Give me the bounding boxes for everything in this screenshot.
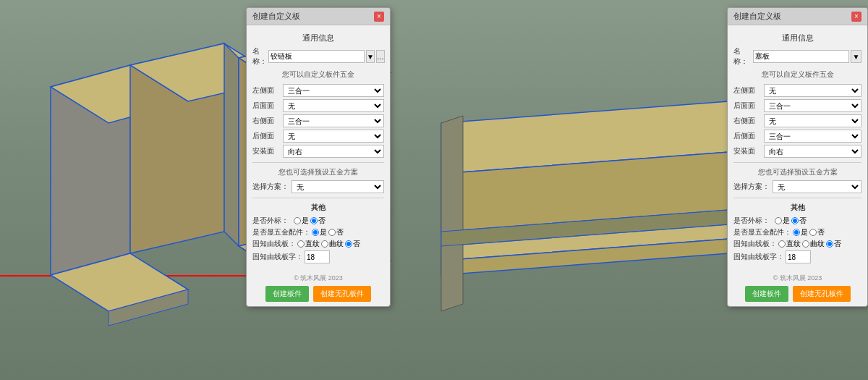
name-more-left[interactable]: … (376, 50, 385, 63)
divider1 (252, 162, 384, 163)
install-select-r[interactable]: 向右 向左 (764, 145, 861, 158)
btn-create-right[interactable]: 创建板件 (745, 286, 788, 302)
install-row: 安装面 向右 向左 (252, 145, 384, 158)
dialog-left-section-general: 通用信息 (252, 33, 384, 43)
other-section-left: 其他 (252, 203, 384, 213)
other-section-right: 其他 (733, 203, 861, 213)
show-hardware-no[interactable]: 否 (328, 227, 344, 237)
show-outside-no[interactable]: 否 (310, 216, 326, 226)
left-face-row: 左侧面 三合一 无 (252, 84, 384, 97)
grain-curved-r[interactable]: 曲纹 (802, 239, 825, 249)
right-face-label-r: 右侧面 (733, 116, 761, 126)
show-outside-yes-r[interactable]: 是 (775, 216, 790, 226)
back2-face-label: 后侧面 (252, 131, 280, 141)
name-input-left[interactable] (268, 50, 365, 63)
divider2 (252, 198, 384, 198)
dialog-left-title: 创建自定义板 (252, 11, 300, 22)
dialog-left-close[interactable]: × (374, 12, 384, 22)
dialog-left: 创建自定义板 × 通用信息 名称： ▼ … 您可以自定义板件五金 左侧面 三合一… (246, 7, 391, 307)
show-hardware-yes[interactable]: 是 (312, 227, 327, 237)
back-face-row-r: 后面面 三合一 无 (733, 99, 861, 112)
left-face-label: 左侧面 (252, 85, 280, 96)
grain-curved[interactable]: 曲纹 (321, 239, 344, 249)
dialog-left-body: 通用信息 名称： ▼ … 您可以自定义板件五金 左侧面 三合一 无 后面面 无 … (247, 25, 390, 269)
show-outside-label: 是否外标： (252, 216, 292, 226)
grain-straight[interactable]: 直纹 (297, 239, 320, 249)
back-face-label-r: 后面面 (733, 101, 761, 111)
svg-marker-5 (224, 43, 239, 246)
back-face-row: 后面面 无 三合一 (252, 99, 384, 112)
grain-none[interactable]: 否 (345, 239, 360, 249)
btn-create-left[interactable]: 创建板件 (265, 286, 309, 302)
right-face-select-r[interactable]: 无 三合一 (764, 114, 861, 127)
grain-num-label: 固知由线板字： (252, 252, 303, 262)
right-face-select[interactable]: 三合一 无 (283, 114, 384, 127)
dialog-left-footer: © 筑木风展 2023 创建板件 创建无孔板件 (247, 269, 390, 306)
back2-face-label-r: 后侧面 (733, 131, 761, 141)
back-face-select-r[interactable]: 三合一 无 (764, 99, 861, 112)
btn-row-right: 创建板件 创建无孔板件 (733, 286, 861, 302)
name-dropdown-left[interactable]: ▼ (366, 50, 375, 63)
dialog-left-titlebar: 创建自定义板 × (247, 8, 390, 25)
grain-num-input-r[interactable] (786, 250, 811, 263)
name-label-left: 名称： (252, 46, 267, 67)
back-face-label: 后面面 (252, 101, 280, 111)
preset-subtitle-right: 您也可选择预设五金方案 (733, 167, 861, 177)
show-outside-yes[interactable]: 是 (294, 216, 309, 226)
left-face-select-r[interactable]: 无 三合一 (764, 84, 861, 97)
grain-none-r[interactable]: 否 (826, 239, 841, 249)
grain-num-input[interactable] (305, 250, 330, 263)
grain-num-row: 固知由线板字： (252, 250, 384, 263)
show-outside-no-r[interactable]: 否 (791, 216, 807, 226)
footer-text-left: © 筑木风展 2023 (252, 274, 384, 283)
subtitle-left: 您可以自定义板件五金 (252, 69, 384, 80)
show-hardware-yes-r[interactable]: 是 (793, 227, 808, 237)
grain-num-row-r: 固知由线板字： (733, 250, 861, 263)
grain-row-r: 固知由线板： 直纹 曲纹 否 (733, 239, 861, 249)
dialog-right-close[interactable]: × (851, 12, 861, 22)
grain-straight-r[interactable]: 直纹 (778, 239, 801, 249)
name-row-left: 名称： ▼ … (252, 46, 384, 67)
name-label-right: 名称： (733, 46, 752, 67)
divider3 (733, 162, 861, 163)
subtitle-right: 您可以自定义板件五金 (733, 69, 861, 80)
dialog-right-footer: © 筑木风展 2023 创建板件 创建无孔板件 (728, 269, 867, 306)
show-outside-row: 是否外标： 是 否 (252, 216, 384, 226)
dialog-right-body: 通用信息 名称： ▼ 您可以自定义板件五金 左侧面 无 三合一 后面面 三合一 … (728, 25, 867, 269)
footer-text-right: © 筑木风展 2023 (733, 274, 861, 283)
show-hardware-label-r: 是否显五金配件： (733, 227, 791, 237)
back2-face-row-r: 后侧面 三合一 无 (733, 130, 861, 143)
preset-label-left: 选择方案： (252, 182, 289, 192)
install-row-r: 安装面 向右 向左 (733, 145, 861, 158)
dialog-right: 创建自定义板 × 通用信息 名称： ▼ 您可以自定义板件五金 左侧面 无 三合一… (727, 7, 868, 307)
left-face-select[interactable]: 三合一 无 (283, 84, 384, 97)
right-face-row-r: 右侧面 无 三合一 (733, 114, 861, 127)
preset-select-left[interactable]: 无 (292, 180, 384, 193)
preset-label-right: 选择方案： (733, 182, 770, 192)
install-label: 安装面 (252, 146, 280, 156)
name-row-right: 名称： ▼ (733, 46, 861, 67)
install-label-r: 安装面 (733, 146, 761, 156)
show-hardware-no-r[interactable]: 否 (809, 227, 825, 237)
right-face-label: 右侧面 (252, 116, 280, 126)
left-face-row-r: 左侧面 无 三合一 (733, 84, 861, 97)
preset-subtitle-left: 您也可选择预设五金方案 (252, 167, 384, 177)
preset-row-left: 选择方案： 无 (252, 180, 384, 193)
right-face-row: 右侧面 三合一 无 (252, 114, 384, 127)
back2-face-select-r[interactable]: 三合一 无 (764, 130, 861, 143)
show-outside-row-r: 是否外标： 是 否 (733, 216, 861, 226)
name-dropdown-right[interactable]: ▼ (851, 50, 861, 63)
back2-face-select[interactable]: 无 三合一 (283, 130, 384, 143)
preset-select-right[interactable]: 无 (773, 180, 861, 193)
dialog-right-section-general: 通用信息 (733, 33, 861, 43)
show-hardware-row: 是否显五金配件： 是 否 (252, 227, 384, 237)
grain-label-r: 固知由线板： (733, 239, 777, 249)
dialog-right-titlebar: 创建自定义板 × (728, 8, 867, 25)
btn-create-no-hardware-right[interactable]: 创建无孔板件 (793, 286, 851, 302)
btn-create-no-hardware-left[interactable]: 创建无孔板件 (313, 286, 371, 302)
grain-label: 固知由线板： (252, 239, 296, 249)
back-face-select[interactable]: 无 三合一 (283, 99, 384, 112)
left-face-label-r: 左侧面 (733, 85, 761, 96)
install-select[interactable]: 向右 向左 (283, 145, 384, 158)
name-input-right[interactable] (753, 50, 849, 63)
